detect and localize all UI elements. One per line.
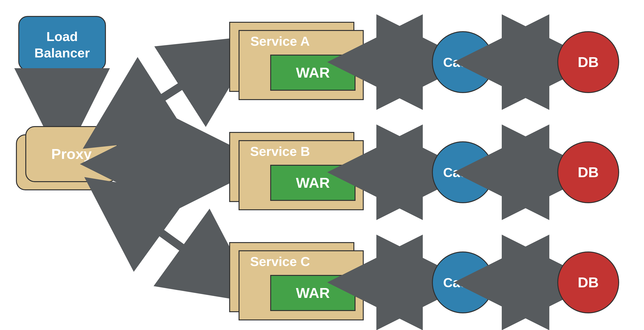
service-c-row: Service C WAR Cache DB (230, 242, 619, 320)
load-balancer-node: Load Balancer (19, 16, 106, 70)
arrow-proxy-service-a (123, 61, 220, 123)
service-b-row: Service B WAR Cache DB (230, 132, 619, 210)
db-c-label: DB (578, 274, 599, 290)
service-a-war-label: WAR (296, 64, 330, 80)
db-a-label: DB (578, 54, 599, 70)
service-c-war-label: WAR (296, 285, 330, 301)
proxy-label: Proxy (51, 146, 92, 162)
svg-line-4 (123, 61, 220, 123)
arrow-proxy-service-c (123, 205, 220, 276)
proxy-node: Proxy (16, 126, 117, 190)
db-b-label: DB (578, 164, 599, 180)
svg-line-6 (123, 205, 220, 276)
load-balancer-label-2: Balancer (34, 46, 90, 60)
architecture-diagram: Load Balancer Proxy Service A WAR Cache (0, 0, 644, 330)
cache-c-label: Cache (443, 275, 482, 290)
load-balancer-label-1: Load (46, 29, 78, 44)
service-a-row: Service A WAR Cache DB (230, 22, 619, 100)
service-b-war-label: WAR (296, 174, 330, 191)
cache-a-label: Cache (443, 55, 482, 70)
service-a-label: Service A (250, 34, 310, 48)
cache-b-label: Cache (443, 165, 482, 180)
service-b-label: Service B (250, 144, 310, 159)
service-c-label: Service C (250, 254, 310, 269)
